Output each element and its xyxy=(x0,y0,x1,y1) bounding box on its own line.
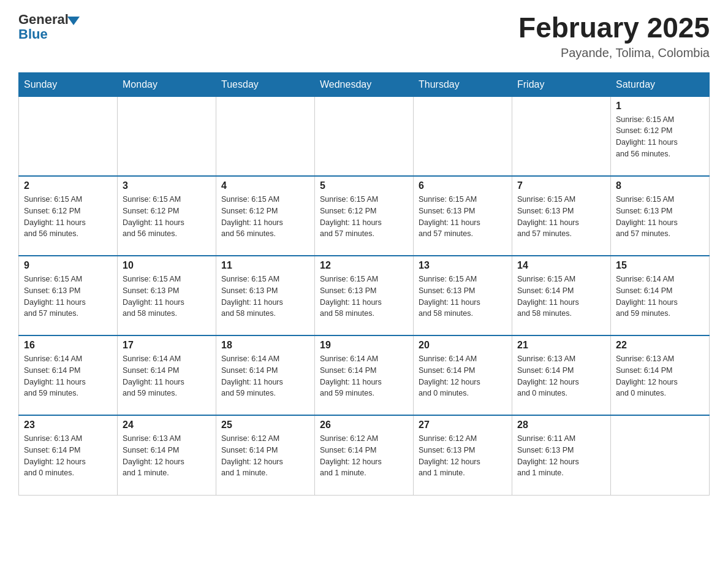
day-info: Sunrise: 6:13 AMSunset: 6:14 PMDaylight:… xyxy=(517,353,605,399)
day-number: 1 xyxy=(616,101,704,112)
day-number: 2 xyxy=(24,180,112,191)
title-block: February 2025 Payande, Tolima, Colombia xyxy=(518,12,710,60)
day-number: 18 xyxy=(221,340,309,351)
header-day-monday: Monday xyxy=(118,72,216,96)
week-row-4: 16Sunrise: 6:14 AMSunset: 6:14 PMDayligh… xyxy=(19,335,710,415)
day-number: 6 xyxy=(419,180,507,191)
calendar-cell: 18Sunrise: 6:14 AMSunset: 6:14 PMDayligh… xyxy=(216,335,315,415)
week-row-3: 9Sunrise: 6:15 AMSunset: 6:13 PMDaylight… xyxy=(19,256,710,335)
calendar-cell: 23Sunrise: 6:13 AMSunset: 6:14 PMDayligh… xyxy=(19,415,118,495)
day-info: Sunrise: 6:15 AMSunset: 6:13 PMDaylight:… xyxy=(419,274,507,320)
calendar-cell: 7Sunrise: 6:15 AMSunset: 6:13 PMDaylight… xyxy=(512,176,611,256)
header-day-friday: Friday xyxy=(512,72,611,96)
calendar-cell xyxy=(315,96,414,176)
day-number: 28 xyxy=(517,419,605,431)
calendar-cell: 28Sunrise: 6:11 AMSunset: 6:13 PMDayligh… xyxy=(512,415,611,495)
calendar-header: SundayMondayTuesdayWednesdayThursdayFrid… xyxy=(19,72,710,96)
day-info: Sunrise: 6:15 AMSunset: 6:13 PMDaylight:… xyxy=(123,274,211,320)
calendar-cell: 9Sunrise: 6:15 AMSunset: 6:13 PMDaylight… xyxy=(19,256,118,335)
calendar-cell xyxy=(216,96,315,176)
day-info: Sunrise: 6:15 AMSunset: 6:12 PMDaylight:… xyxy=(616,114,704,160)
day-number: 22 xyxy=(616,340,704,351)
calendar-cell: 17Sunrise: 6:14 AMSunset: 6:14 PMDayligh… xyxy=(118,335,216,415)
calendar-cell xyxy=(118,96,216,176)
day-number: 13 xyxy=(419,260,507,271)
day-info: Sunrise: 6:14 AMSunset: 6:14 PMDaylight:… xyxy=(24,353,112,399)
calendar-cell: 16Sunrise: 6:14 AMSunset: 6:14 PMDayligh… xyxy=(19,335,118,415)
day-number: 14 xyxy=(517,260,605,271)
header-day-wednesday: Wednesday xyxy=(315,72,414,96)
calendar-cell: 2Sunrise: 6:15 AMSunset: 6:12 PMDaylight… xyxy=(19,176,118,256)
page-header: General Blue February 2025 Payande, Toli… xyxy=(18,12,710,60)
day-number: 5 xyxy=(320,180,408,191)
calendar-cell xyxy=(512,96,611,176)
day-info: Sunrise: 6:13 AMSunset: 6:14 PMDaylight:… xyxy=(123,433,211,479)
day-info: Sunrise: 6:15 AMSunset: 6:12 PMDaylight:… xyxy=(221,194,309,240)
calendar-subtitle: Payande, Tolima, Colombia xyxy=(518,46,710,60)
day-number: 3 xyxy=(123,180,211,191)
week-row-5: 23Sunrise: 6:13 AMSunset: 6:14 PMDayligh… xyxy=(19,415,710,495)
day-info: Sunrise: 6:14 AMSunset: 6:14 PMDaylight:… xyxy=(123,353,211,399)
logo-general: General xyxy=(18,12,69,27)
calendar-cell: 20Sunrise: 6:14 AMSunset: 6:14 PMDayligh… xyxy=(414,335,512,415)
calendar-table: SundayMondayTuesdayWednesdayThursdayFrid… xyxy=(18,72,710,496)
logo-triangle-icon xyxy=(67,17,80,25)
day-info: Sunrise: 6:14 AMSunset: 6:14 PMDaylight:… xyxy=(419,353,507,399)
calendar-body: 1Sunrise: 6:15 AMSunset: 6:12 PMDaylight… xyxy=(19,96,710,495)
day-number: 24 xyxy=(123,419,211,431)
calendar-cell: 19Sunrise: 6:14 AMSunset: 6:14 PMDayligh… xyxy=(315,335,414,415)
header-day-sunday: Sunday xyxy=(19,72,118,96)
day-number: 15 xyxy=(616,260,704,271)
calendar-cell: 25Sunrise: 6:12 AMSunset: 6:14 PMDayligh… xyxy=(216,415,315,495)
day-number: 7 xyxy=(517,180,605,191)
header-day-tuesday: Tuesday xyxy=(216,72,315,96)
calendar-cell: 4Sunrise: 6:15 AMSunset: 6:12 PMDaylight… xyxy=(216,176,315,256)
calendar-cell: 11Sunrise: 6:15 AMSunset: 6:13 PMDayligh… xyxy=(216,256,315,335)
calendar-cell: 12Sunrise: 6:15 AMSunset: 6:13 PMDayligh… xyxy=(315,256,414,335)
day-info: Sunrise: 6:14 AMSunset: 6:14 PMDaylight:… xyxy=(320,353,408,399)
calendar-cell: 27Sunrise: 6:12 AMSunset: 6:13 PMDayligh… xyxy=(414,415,512,495)
week-row-1: 1Sunrise: 6:15 AMSunset: 6:12 PMDaylight… xyxy=(19,96,710,176)
calendar-cell: 10Sunrise: 6:15 AMSunset: 6:13 PMDayligh… xyxy=(118,256,216,335)
calendar-cell: 22Sunrise: 6:13 AMSunset: 6:14 PMDayligh… xyxy=(611,335,710,415)
day-number: 23 xyxy=(24,419,112,431)
logo-blue: Blue xyxy=(18,27,80,42)
day-info: Sunrise: 6:15 AMSunset: 6:12 PMDaylight:… xyxy=(123,194,211,240)
day-info: Sunrise: 6:14 AMSunset: 6:14 PMDaylight:… xyxy=(221,353,309,399)
day-number: 20 xyxy=(419,340,507,351)
day-info: Sunrise: 6:15 AMSunset: 6:13 PMDaylight:… xyxy=(320,274,408,320)
calendar-cell xyxy=(611,415,710,495)
calendar-cell: 1Sunrise: 6:15 AMSunset: 6:12 PMDaylight… xyxy=(611,96,710,176)
day-info: Sunrise: 6:15 AMSunset: 6:12 PMDaylight:… xyxy=(24,194,112,240)
day-info: Sunrise: 6:15 AMSunset: 6:13 PMDaylight:… xyxy=(616,194,704,240)
day-number: 10 xyxy=(123,260,211,271)
day-info: Sunrise: 6:13 AMSunset: 6:14 PMDaylight:… xyxy=(24,433,112,479)
header-day-saturday: Saturday xyxy=(611,72,710,96)
day-info: Sunrise: 6:15 AMSunset: 6:13 PMDaylight:… xyxy=(24,274,112,320)
day-info: Sunrise: 6:15 AMSunset: 6:13 PMDaylight:… xyxy=(221,274,309,320)
header-row: SundayMondayTuesdayWednesdayThursdayFrid… xyxy=(19,72,710,96)
day-info: Sunrise: 6:13 AMSunset: 6:14 PMDaylight:… xyxy=(616,353,704,399)
calendar-cell xyxy=(19,96,118,176)
calendar-title: February 2025 xyxy=(518,12,710,44)
day-number: 16 xyxy=(24,340,112,351)
calendar-cell: 26Sunrise: 6:12 AMSunset: 6:14 PMDayligh… xyxy=(315,415,414,495)
calendar-cell: 24Sunrise: 6:13 AMSunset: 6:14 PMDayligh… xyxy=(118,415,216,495)
day-number: 17 xyxy=(123,340,211,351)
logo: General Blue xyxy=(18,12,80,42)
day-number: 21 xyxy=(517,340,605,351)
calendar-cell: 3Sunrise: 6:15 AMSunset: 6:12 PMDaylight… xyxy=(118,176,216,256)
day-info: Sunrise: 6:15 AMSunset: 6:13 PMDaylight:… xyxy=(517,194,605,240)
day-info: Sunrise: 6:12 AMSunset: 6:14 PMDaylight:… xyxy=(320,433,408,479)
day-number: 9 xyxy=(24,260,112,271)
day-info: Sunrise: 6:14 AMSunset: 6:14 PMDaylight:… xyxy=(616,274,704,320)
calendar-cell: 14Sunrise: 6:15 AMSunset: 6:14 PMDayligh… xyxy=(512,256,611,335)
day-info: Sunrise: 6:15 AMSunset: 6:12 PMDaylight:… xyxy=(320,194,408,240)
day-number: 27 xyxy=(419,419,507,431)
logo-text: General Blue xyxy=(18,12,80,42)
day-info: Sunrise: 6:12 AMSunset: 6:13 PMDaylight:… xyxy=(419,433,507,479)
day-number: 11 xyxy=(221,260,309,271)
day-number: 19 xyxy=(320,340,408,351)
calendar-cell: 6Sunrise: 6:15 AMSunset: 6:13 PMDaylight… xyxy=(414,176,512,256)
week-row-2: 2Sunrise: 6:15 AMSunset: 6:12 PMDaylight… xyxy=(19,176,710,256)
